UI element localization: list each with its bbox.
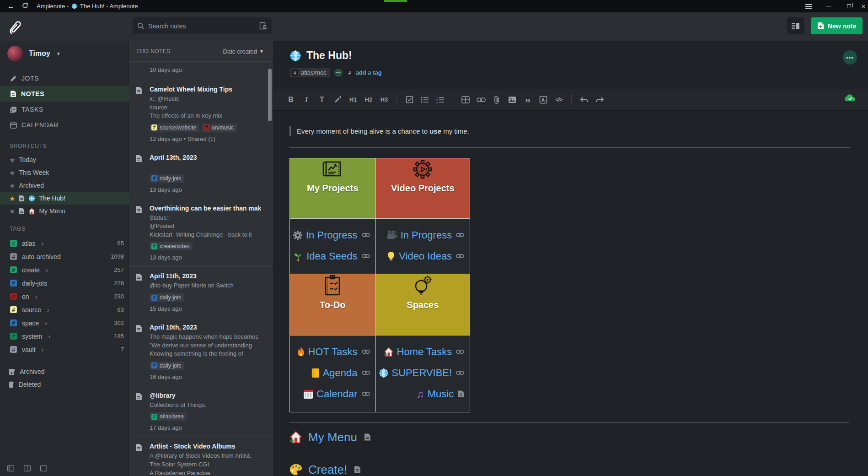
tag-daily-jots[interactable]: # daily-jots 228 bbox=[0, 276, 129, 290]
note-tag-chip[interactable]: #daily-jots bbox=[150, 293, 184, 302]
checklist-icon[interactable] bbox=[402, 93, 416, 107]
blockquote[interactable]: Every moment of being alive is a chance … bbox=[289, 126, 850, 136]
amplenote-logo[interactable] bbox=[9, 18, 22, 37]
note-list-item[interactable]: April 10th, 2023 The magic happens when … bbox=[129, 318, 273, 386]
note-tag-chip[interactable]: #create/video bbox=[150, 242, 193, 250]
h1-icon[interactable]: H1 bbox=[346, 93, 360, 107]
cell-spaces[interactable]: Spaces bbox=[375, 274, 470, 335]
note-list-item[interactable]: April 11th, 2023 @to-buy Paper Mario on … bbox=[129, 267, 273, 318]
bold-icon[interactable]: B bbox=[284, 93, 298, 107]
window-minimize-button[interactable] bbox=[819, 0, 839, 12]
account-menu[interactable]: Timoy ▾ bbox=[7, 46, 60, 61]
code-icon[interactable]: </> bbox=[552, 93, 566, 107]
chevron-right-icon[interactable]: › bbox=[42, 239, 44, 247]
sidebar-item-archived[interactable]: Archived bbox=[0, 365, 129, 378]
note-link[interactable]: SUPERVIBE! bbox=[392, 367, 452, 379]
shortcut-the-hub[interactable]: ★ The Hub! bbox=[0, 192, 129, 205]
window-menu-icon[interactable] bbox=[798, 0, 819, 12]
tag-system[interactable]: # system › 185 bbox=[0, 330, 129, 343]
note-tag-chip[interactable]: #atlas/area bbox=[150, 412, 187, 421]
note-link[interactable]: Music bbox=[428, 388, 454, 400]
cell-my-projects[interactable]: My Projects bbox=[290, 158, 376, 218]
blockquote-icon[interactable]: ” bbox=[521, 93, 535, 107]
notes-list-view-toggle[interactable] bbox=[787, 17, 804, 34]
note-link[interactable]: HOT Tasks bbox=[308, 346, 358, 358]
attachment-icon[interactable] bbox=[490, 93, 504, 107]
cell-to-do[interactable]: To-Do bbox=[290, 274, 376, 335]
italic-icon[interactable]: I bbox=[300, 93, 313, 107]
h3-icon[interactable]: H3 bbox=[377, 93, 391, 107]
notes-list-scrollbar[interactable] bbox=[268, 69, 272, 121]
note-list-item[interactable]: @library Collections of Things. #atlas/a… bbox=[129, 386, 273, 438]
tag-on[interactable]: # on › 230 bbox=[0, 290, 129, 303]
note-link[interactable]: Create! bbox=[308, 463, 347, 476]
note-link[interactable]: My Menu bbox=[308, 430, 357, 444]
chevron-right-icon[interactable]: › bbox=[35, 292, 38, 300]
note-title[interactable]: The Hub! bbox=[306, 49, 352, 62]
shortcut-this-week[interactable]: ★ This Week bbox=[0, 166, 129, 179]
table-icon[interactable] bbox=[459, 93, 472, 107]
note-link[interactable]: In Progress bbox=[401, 229, 452, 241]
new-note-button[interactable]: New note bbox=[811, 17, 863, 34]
grid-view-icon[interactable] bbox=[7, 465, 14, 471]
window-restore-button[interactable] bbox=[839, 0, 859, 12]
chevron-right-icon[interactable]: › bbox=[47, 306, 49, 314]
note-link[interactable]: Home Tasks bbox=[397, 346, 452, 358]
shortcut-today[interactable]: ★ Today bbox=[0, 153, 129, 166]
search-bar[interactable] bbox=[133, 17, 272, 34]
note-tag-chip[interactable]: #daily-jots bbox=[150, 174, 184, 183]
note-tag-chip[interactable]: #source/website bbox=[150, 124, 199, 132]
strikethrough-icon[interactable]: T bbox=[315, 93, 329, 107]
tag-auto-archived[interactable]: # auto-archived 1098 bbox=[0, 250, 129, 263]
shortcut-my-menu[interactable]: ★ My Menu bbox=[0, 205, 129, 217]
link-icon[interactable] bbox=[474, 93, 488, 107]
h2-icon[interactable]: H2 bbox=[362, 93, 375, 107]
note-link[interactable]: Idea Seeds bbox=[306, 250, 357, 262]
chevron-right-icon[interactable]: › bbox=[48, 332, 50, 340]
cell-video-projects[interactable]: Video Projects bbox=[375, 158, 470, 218]
note-list-item[interactable]: 10 days ago bbox=[129, 62, 273, 80]
chevron-right-icon[interactable]: › bbox=[42, 346, 44, 353]
note-list-item[interactable]: Artlist - Stock Video Albums A @library … bbox=[129, 437, 273, 476]
single-view-icon[interactable] bbox=[40, 465, 47, 471]
note-list-item[interactable]: April 13th, 2023 #daily-jots 13 days ago bbox=[129, 148, 273, 199]
sidebar-item-deleted[interactable]: Deleted bbox=[0, 378, 129, 391]
note-tag-chip[interactable]: #on/music bbox=[202, 124, 237, 132]
note-options-button[interactable]: ••• bbox=[843, 50, 857, 65]
note-link[interactable]: In Progress bbox=[306, 229, 358, 241]
note-link[interactable]: Calendar bbox=[316, 388, 357, 400]
tag-atlas[interactable]: # atlas › 65 bbox=[0, 237, 129, 250]
split-view-icon[interactable] bbox=[24, 465, 31, 471]
sidebar-item-jots[interactable]: JOTS bbox=[0, 70, 129, 86]
sort-dropdown[interactable]: Date created ▾ bbox=[223, 48, 263, 55]
shortcut-archived[interactable]: ★ Archived bbox=[0, 179, 129, 192]
undo-icon[interactable] bbox=[577, 93, 591, 107]
note-tag-chip[interactable]: #daily-jots bbox=[150, 362, 184, 370]
note-list-item[interactable]: Overthinking can be easier than makin… S… bbox=[129, 199, 273, 267]
search-input[interactable] bbox=[148, 22, 256, 30]
numbered-list-icon[interactable]: 123 bbox=[434, 93, 447, 107]
refresh-icon[interactable] bbox=[22, 2, 28, 10]
text-style-icon[interactable]: A bbox=[536, 93, 550, 107]
highlighter-icon[interactable] bbox=[331, 93, 344, 107]
sidebar-item-tasks[interactable]: TASKS bbox=[0, 102, 129, 117]
back-arrow-icon[interactable]: ← bbox=[7, 2, 15, 11]
redo-icon[interactable] bbox=[593, 93, 606, 107]
note-link[interactable]: Video Ideas bbox=[399, 250, 452, 262]
tag-source[interactable]: # source › 63 bbox=[0, 303, 129, 316]
tag-space[interactable]: # space › 302 bbox=[0, 316, 129, 330]
window-close-button[interactable]: × bbox=[859, 0, 868, 12]
chevron-right-icon[interactable]: › bbox=[45, 319, 47, 327]
note-list-item[interactable]: Camelot Wheel Mixing Tips x:: @music sou… bbox=[129, 80, 273, 148]
sidebar-item-calendar[interactable]: CALENDAR bbox=[0, 117, 129, 133]
chevron-right-icon[interactable]: › bbox=[46, 266, 48, 274]
image-icon[interactable] bbox=[505, 93, 519, 107]
sidebar-item-notes[interactable]: NOTES bbox=[0, 86, 129, 102]
tag-vault[interactable]: # vault › 7 bbox=[0, 343, 129, 356]
tag-more-button[interactable]: ••• bbox=[334, 69, 343, 77]
search-in-note-icon[interactable] bbox=[259, 22, 267, 30]
add-tag-button[interactable]: # add a tag bbox=[347, 69, 382, 76]
note-tag-chip[interactable]: # atlas/moc bbox=[289, 68, 330, 77]
bulleted-list-icon[interactable] bbox=[418, 93, 432, 107]
note-link[interactable]: Agenda bbox=[323, 367, 358, 379]
